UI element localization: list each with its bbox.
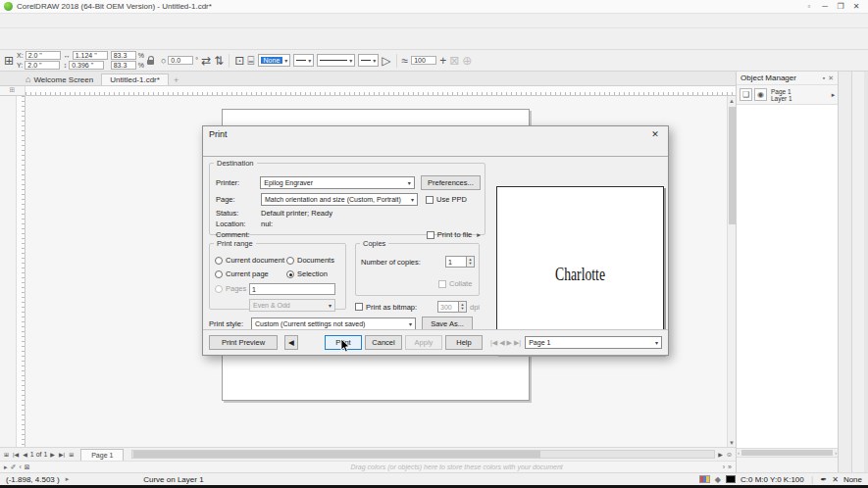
show-object-properties-button[interactable]: ❏ [740,88,752,101]
increase-icon[interactable]: + [439,54,446,68]
object-properties-icon[interactable]: ⊡ [234,54,244,68]
drawing-canvas[interactable]: ▲ ▼ Print ✕ Destination [26,96,736,447]
print-as-bitmap-checkbox[interactable] [355,303,363,311]
copies-spinner[interactable]: ▲▼ [467,256,475,268]
docker-close-icon[interactable]: ✕ [828,74,834,82]
scrollbar-thumb[interactable] [741,450,833,456]
end-arrowhead-select[interactable]: ▾ [358,54,379,67]
no-color-well[interactable]: ⊠ [25,464,30,471]
dpi-spinner[interactable]: ▲▼ [459,301,467,313]
page-grid-icon[interactable]: ⊞ [4,54,14,68]
scroll-right-icon[interactable]: ▶ [717,451,724,458]
first-page-icon[interactable]: |◀ [490,339,497,347]
tray-flyout-icon[interactable]: ▸ [4,464,8,471]
mirror-vertical-icon[interactable]: ⇅ [214,54,224,68]
page-match-select[interactable]: Match orientation and size (Custom, Port… [261,193,418,206]
scroll-left-icon[interactable]: ‹ [738,450,740,456]
add-page-after-icon[interactable]: ⊞ [68,451,75,458]
print-dialog-titlebar[interactable]: Print ✕ [203,126,668,142]
palette-expand-strip[interactable] [864,72,868,472]
rotation-angle-field[interactable]: 0.0 [168,56,193,65]
last-page-icon[interactable]: ▶| [58,451,66,458]
scroll-right-icon[interactable]: › [835,450,837,456]
dialog-close-icon[interactable]: ✕ [648,129,662,139]
wrap-text-icon[interactable]: ⌸ [247,54,254,68]
object-manager-toolbar: ❏ ◉ Page 1 Layer 1 ▸ [737,85,838,105]
vertical-ruler[interactable] [17,96,26,447]
use-ppd-checkbox[interactable] [426,196,434,204]
restore-button[interactable]: ❐ [833,2,848,11]
tab-welcome-screen[interactable]: ⌂Welcome Screen [18,73,101,85]
pages-field[interactable]: 1 [249,283,335,295]
x-position-field[interactable]: 2.0 " [26,51,61,60]
percent-label: % [138,62,144,69]
help-button[interactable]: Help [445,335,483,350]
wrap-offset-field[interactable]: 100 [411,56,436,65]
text-wrap-shape-icon[interactable]: ▷ [382,54,390,68]
color-profile-icon[interactable] [699,475,710,483]
outline-width-select[interactable]: None▾ [258,54,291,67]
mini-preview-toggle-button[interactable]: ◀ [284,335,298,350]
print-preview-button[interactable]: Print Preview [209,335,278,350]
tray-expand-icon[interactable]: » [728,464,732,470]
object-width-field[interactable]: 1.124 " [73,51,108,60]
horizontal-ruler[interactable] [26,86,736,96]
tray-eyedropper-icon[interactable]: ✐ [11,464,17,471]
tray-scroll-right-icon[interactable]: › [723,464,725,470]
scale-x-field[interactable]: 83.3 [111,51,136,60]
y-position-field[interactable]: 2.0 " [25,61,60,70]
number-of-copies-field[interactable]: 1 [445,256,467,268]
next-page-icon[interactable]: ▶ [49,451,56,458]
print-dialog-footer: Print Preview ◀ Print Cancel Apply Help … [203,329,668,355]
help-window-icon[interactable]: ▫ [801,2,817,11]
object-manager-hscrollbar[interactable]: ‹› [737,448,838,457]
scale-y-field[interactable]: 83.3 [111,61,136,70]
printer-select[interactable]: Epilog Engraver▾ [260,176,415,189]
current-page-radio[interactable] [215,270,223,278]
horizontal-scrollbar[interactable] [131,450,715,459]
scrollbar-thumb[interactable] [133,451,540,458]
next-page-icon[interactable]: ▶ [507,339,512,347]
statusbar-flyout-icon[interactable]: ▸ [66,475,70,483]
vertical-scrollbar[interactable]: ▲ ▼ [727,96,736,447]
cancel-button[interactable]: Cancel [365,335,402,350]
tab-document[interactable]: Untitled-1.cdr* [101,73,169,85]
start-arrowhead-select[interactable]: ▾ [293,54,314,67]
docker-flyout-icon[interactable]: ▪ [823,74,825,81]
fill-color-swatch[interactable] [726,475,736,483]
tray-scroll-left-icon[interactable]: ‹ [19,464,21,470]
layer-manager-flyout-icon[interactable]: ▸ [832,91,836,99]
add-page-before-icon[interactable]: ⊞ [3,451,10,458]
zoom-corner-icon[interactable]: ⊙ [726,451,733,458]
print-to-file-checkbox[interactable] [427,231,434,239]
selection-radio[interactable] [286,270,294,278]
lock-ratio-icon[interactable] [147,60,154,65]
collate-checkbox[interactable] [438,280,446,288]
first-page-icon[interactable]: |◀ [12,451,20,458]
scroll-down-icon[interactable]: ▼ [729,438,735,447]
new-tab-button[interactable]: + [169,75,183,85]
ruler-origin-box[interactable]: ⊞ [0,86,26,96]
minimize-button[interactable]: ─ [817,2,833,11]
even-odd-select[interactable]: Even & Odd▾ [249,299,335,312]
last-page-icon[interactable]: ▶| [514,339,521,347]
previous-page-icon[interactable]: ◀ [22,451,28,458]
scrollbar-thumb[interactable] [729,107,736,224]
mirror-horizontal-icon[interactable]: ⇄ [201,54,211,68]
print-to-file-flyout-icon[interactable]: ▸ [477,230,481,239]
edit-across-layers-button[interactable]: ◉ [754,88,767,101]
page-tab[interactable]: Page 1 [80,449,124,461]
dpi-field[interactable]: 300 [437,301,459,313]
preview-page-select[interactable]: Page 1▾ [525,336,662,349]
close-button[interactable]: ✕ [848,2,864,11]
print-range-group: Print range Current document Documents C… [209,239,346,310]
line-style-select[interactable]: ▾ [317,54,355,67]
current-document-radio[interactable] [215,257,223,265]
documents-radio[interactable] [286,257,294,265]
apply-button[interactable]: Apply [405,335,442,350]
previous-page-icon[interactable]: ◀ [499,339,504,347]
pages-radio[interactable] [215,285,223,293]
object-height-field[interactable]: 0.396 " [69,61,104,70]
scroll-up-icon[interactable]: ▲ [729,96,735,105]
preferences-button[interactable]: Preferences... [421,175,481,190]
